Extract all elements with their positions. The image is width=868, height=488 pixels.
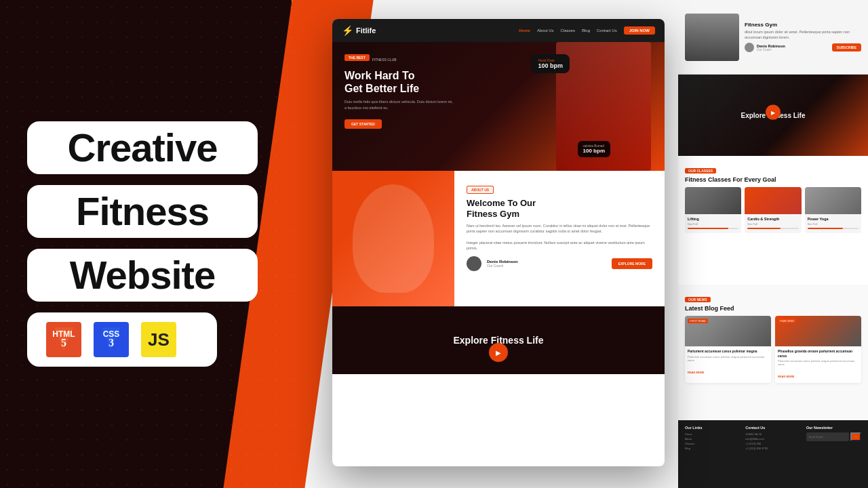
class-info-2: Cardio & Strength See Full — [745, 214, 801, 233]
class-img-1 — [685, 187, 741, 214]
class-img-2 — [745, 187, 801, 214]
blog-card-desc-1: Parturient accumsan carus pulvinar magna… — [688, 355, 768, 362]
nav-links: Home About Us Classes Blog Contact Us JO… — [385, 26, 655, 35]
blog-content-1: Parturient accumsan carus pulvinar magna… — [685, 346, 771, 379]
hero-desc: Duis mollis felis quis libero dictum veh… — [344, 99, 453, 110]
explore-play-btn[interactable]: ▶ — [489, 343, 508, 362]
css3-icon: 3 CSS — [94, 322, 129, 357]
heart-value: 100 bpm — [538, 62, 563, 69]
channel-thumbnail — [685, 14, 739, 61]
footer-link-3: Classes — [685, 442, 740, 445]
blog-tag-overlay-1: FIRST READ — [688, 319, 708, 323]
classes-title: Fitness Classes For Every Goal — [685, 176, 861, 183]
mockup-navbar: ⚡ Fitlife Home About Us Classes Blog Con… — [332, 19, 665, 42]
coach-avatar — [467, 256, 481, 271]
read-more-2[interactable]: READ MORE — [778, 375, 794, 378]
hero-tag1: THE BEST — [344, 54, 370, 61]
panel-play-btn[interactable]: ▶ — [766, 105, 781, 120]
class-card-1: Lifting See Full — [685, 187, 741, 233]
footer-contact-4: +1 (213) 456 4792 — [745, 447, 800, 450]
subscribe-btn[interactable]: SUBSCRIBE — [832, 43, 861, 52]
svg-text:HTML: HTML — [52, 329, 75, 339]
channel-person-role: Our Coach — [757, 48, 785, 52]
footer-col-newsletter: Our Newsletter → — [806, 426, 861, 483]
channel-person-info: Denis Robinson Our Coach — [757, 44, 785, 52]
about-content: ABOUT US Welcome To Our Fitness Gym Nam … — [454, 171, 665, 306]
footer-link-2: About — [685, 437, 740, 441]
coach-info: Denis Robinson Our Coach — [487, 260, 518, 268]
class-desc-1: See Full — [688, 222, 738, 226]
class-card-2: Cardio & Strength See Full — [745, 187, 801, 233]
badge-fitness: Fitness — [27, 185, 258, 238]
blog-tag: OUR NEWS — [685, 297, 711, 302]
blog-grid: FIRST READ Parturient accumsan carus pul… — [685, 316, 861, 383]
class-card-3: Power Yoga See Full — [805, 187, 861, 233]
nav-home: Home — [519, 28, 530, 33]
footer-link-1: Home — [685, 432, 740, 436]
footer-contact-title: Contact Us — [745, 426, 800, 430]
class-progress-bar-3 — [808, 228, 859, 229]
nav-blog: Blog — [582, 28, 590, 33]
js-label: JS — [148, 329, 170, 350]
heart-rate-card: Heart Rate 100 bpm — [531, 54, 570, 73]
class-name-2: Cardio & Strength — [747, 217, 798, 221]
explore-more-btn[interactable]: EXPLORE MORE — [612, 258, 652, 269]
badge-fitness-text: Fitness — [76, 192, 209, 231]
newsletter-submit-btn[interactable]: → — [850, 432, 861, 441]
mockup-explore-section: Explore Fitness Life ▶ — [332, 306, 665, 374]
html5-icon: 5 HTML — [46, 322, 81, 357]
class-info-1: Lifting See Full — [685, 214, 741, 233]
class-name-3: Power Yoga — [808, 217, 859, 221]
panel-blog: OUR NEWS Latest Blog Feed FIRST READ Par… — [678, 285, 868, 420]
nav-join-btn[interactable]: JOIN NOW — [624, 26, 655, 35]
bpm-value: 100 bpm — [583, 148, 605, 154]
blog-card-1: FIRST READ Parturient accumsan carus pul… — [685, 316, 771, 383]
blog-title: Latest Blog Feed — [685, 305, 861, 312]
right-panels: Fitness Gym dkiut lorum ipsum dolor sit … — [678, 0, 868, 488]
panel-footer: Our Links Home About Classes Blog Contac… — [678, 420, 868, 488]
blog-tag-overlay-2: FEATURED — [778, 319, 796, 323]
blog-card-desc-2: Parturient accumsan carus pulvinar magna… — [778, 359, 859, 366]
panel-channel-info: Fitness Gym dkiut lorum ipsum dolor sit … — [678, 0, 868, 75]
class-desc-2: See Full — [747, 222, 798, 226]
logo-text: Fitlife — [356, 26, 376, 35]
newsletter-input[interactable] — [806, 432, 849, 441]
mockup-hero: THE BEST FITNESS CLUB Work Hard To Get B… — [332, 42, 665, 171]
class-progress-bar-1 — [688, 228, 738, 229]
about-figure — [353, 184, 434, 293]
logo-icon: ⚡ — [342, 25, 353, 36]
footer-col-links: Our Links Home About Classes Blog — [685, 426, 740, 483]
nav-about: About Us — [537, 28, 554, 33]
about-title-line2: Fitness Gym — [467, 209, 652, 220]
footer-links-title: Our Links — [685, 426, 740, 430]
hero-tag2: FITNESS CLUB — [372, 58, 397, 62]
blog-card-title-1: Parturient accumsan carus pulvinar magna — [688, 349, 768, 354]
badge-website-text: Website — [70, 256, 215, 295]
footer-newsletter-title: Our Newsletter — [806, 426, 861, 430]
classes-tag: OUR CLASSES — [685, 168, 716, 174]
class-info-3: Power Yoga See Full — [805, 214, 861, 233]
about-title-line1: Welcome To Our — [467, 198, 652, 209]
class-progress-fill-1 — [688, 228, 728, 229]
channel-avatar — [745, 43, 754, 52]
footer-col-contact: Contact Us 123/45 6th St info@fitlife.co… — [745, 426, 800, 483]
channel-person-name: Denis Robinson — [757, 44, 785, 48]
about-image — [332, 171, 454, 306]
newsletter-form: → — [806, 432, 861, 441]
blog-img-2: FEATURED — [775, 316, 861, 346]
class-progress-fill-3 — [808, 228, 844, 229]
footer-link-4: Blog — [685, 447, 740, 450]
mockup-about: ABOUT US Welcome To Our Fitness Gym Nam … — [332, 171, 665, 306]
bpm-card: calories Burned 100 bpm — [578, 141, 610, 157]
about-desc2: Integer placerat vitae metus posuere tin… — [467, 240, 652, 251]
hero-cta[interactable]: GET STARTED — [344, 119, 382, 129]
nav-contact: Contact Us — [597, 28, 617, 33]
badge-creative: Creative — [27, 121, 258, 174]
blog-img-1: FIRST READ — [685, 316, 771, 346]
coach-row: Denis Robinson Our Coach EXPLORE MORE — [467, 256, 652, 271]
read-more-1[interactable]: READ MORE — [688, 371, 704, 374]
class-progress-fill-2 — [747, 228, 781, 229]
tech-badges: 5 HTML 3 CSS JS — [27, 312, 217, 367]
channel-text: Fitness Gym dkiut lorum ipsum dolor sit … — [745, 22, 861, 52]
svg-text:CSS: CSS — [103, 329, 120, 339]
